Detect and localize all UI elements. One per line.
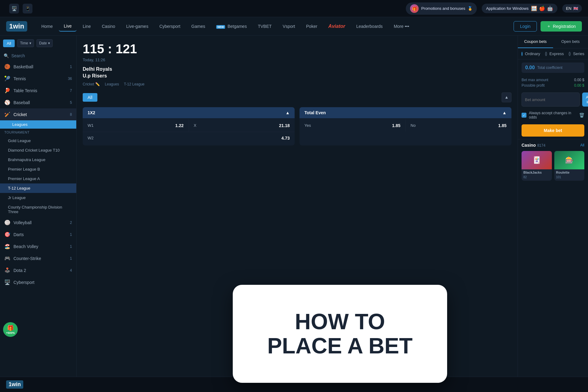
match-meta: Cricket ✏️ Leagues T-12 League	[83, 82, 511, 86]
series-radio[interactable]	[569, 52, 571, 56]
no-label: No	[411, 123, 416, 128]
nav-leaderboards[interactable]: Leaderboards	[351, 21, 387, 31]
sidebar-item-baseball[interactable]: ⚾ Baseball 5	[0, 96, 76, 108]
tournament-brahmaputra[interactable]: Brahmaputra League	[0, 155, 76, 164]
search-box[interactable]: 🔍 Search	[0, 51, 76, 61]
gift-button[interactable]: 🎁 +500%	[3, 322, 18, 337]
express-radio[interactable]	[545, 52, 547, 56]
x-odds: 21.18	[279, 123, 290, 128]
bet-section-1x2-header: 1X2 ▲	[83, 107, 295, 118]
make-bet-button[interactable]: Make bet	[522, 124, 584, 137]
nav-live[interactable]: Live	[59, 21, 77, 32]
casino-title: Casino	[522, 143, 536, 148]
bet-cell-w1[interactable]: W1 1.22	[83, 119, 189, 132]
bet-section-total-even-title: Total Even	[304, 110, 326, 115]
collapse-button[interactable]: ▲	[502, 92, 511, 102]
casino-card-roulette[interactable]: 🎰 Roulette 101	[554, 151, 585, 181]
register-button[interactable]: ＋ Registration	[541, 21, 582, 32]
sidebar-item-cybersport[interactable]: 🖥️ Cybersport	[0, 276, 76, 288]
app-platform-icons: 🪟 🍎 🤖	[531, 6, 553, 11]
trash-icon[interactable]: 🗑️	[579, 113, 584, 118]
nav-betgames[interactable]: NEW Betgames	[211, 21, 252, 31]
bet-cell-x[interactable]: X 21.18	[189, 119, 295, 132]
logo[interactable]: 1win	[6, 21, 27, 32]
monitor-icon[interactable]: 🖥️	[9, 4, 19, 13]
open-bets-tab[interactable]: Open bets	[553, 36, 588, 48]
all-in-button[interactable]: All in	[582, 92, 588, 107]
filter-row: All Time ▾ Date ▾	[0, 39, 76, 51]
sidebar-item-tennis[interactable]: 🎾 Tennis 36	[0, 73, 76, 85]
roulette-count: 101	[554, 175, 585, 181]
sidebar-item-counter-strike[interactable]: 🎮 Counter-Strike 1	[0, 252, 76, 264]
sidebar-item-cricket[interactable]: 🏏 Cricket 8	[0, 108, 76, 120]
roulette-image: 🎰	[554, 151, 585, 169]
accept-row: ✓ Always accept changes in odds 🗑️	[518, 108, 588, 122]
tournament-premier-b[interactable]: Premier League B	[0, 164, 76, 174]
nav-games[interactable]: Games	[187, 21, 210, 31]
collapse-1x2-icon[interactable]: ▲	[285, 110, 290, 115]
leagues-button[interactable]: Leagues	[0, 120, 76, 129]
team1-name: Delhi Royals	[83, 66, 511, 73]
betgames-badge: NEW	[216, 25, 225, 29]
bet-input-row: All in	[518, 91, 588, 108]
nav-home[interactable]: Home	[36, 21, 58, 31]
sidebar-item-dota2[interactable]: 🕹️ Dota 2 4	[0, 264, 76, 276]
cricket-icon: 🏏	[4, 111, 10, 117]
coupon-bets-tab[interactable]: Coupon bets	[518, 36, 553, 48]
nav-vsport[interactable]: Vsport	[278, 21, 300, 31]
filter-all-button[interactable]: All	[3, 40, 15, 47]
top-bar-device-icons: 🖥️ 📱	[6, 4, 32, 13]
nav-aviator[interactable]: Aviator	[323, 21, 350, 32]
match-time: Today, 11:26	[83, 58, 511, 62]
no-odds: 1.85	[498, 123, 507, 128]
max-amount-value: 0.00 $	[574, 78, 584, 82]
nav-tvbet[interactable]: TVBET	[253, 21, 277, 31]
app-download-button[interactable]: Application for Windows 🪟 🍎 🤖	[482, 4, 557, 13]
edit-icon[interactable]: ✏️	[95, 82, 100, 86]
android-icon: 🤖	[547, 6, 553, 11]
tournament-t12[interactable]: T-12 League	[0, 183, 76, 193]
language-selector[interactable]: EN 🇬🇧	[562, 4, 582, 13]
nav-casino[interactable]: Casino	[97, 21, 120, 31]
promotions-button[interactable]: 🎁 Promotions and bonuses 🏅	[406, 2, 477, 15]
collapse-total-even-icon[interactable]: ▲	[502, 110, 507, 115]
bet-cell-w2[interactable]: W2 4.73	[83, 132, 295, 144]
right-panel: Coupon bets Open bets Ordinary Express S…	[518, 36, 588, 392]
nav-line[interactable]: Line	[78, 21, 96, 31]
casino-all-link[interactable]: All	[580, 143, 584, 147]
sidebar-item-table-tennis[interactable]: 🏓 Table Tennis 7	[0, 85, 76, 96]
time-filter[interactable]: Time ▾	[17, 39, 34, 47]
all-button[interactable]: All	[83, 93, 97, 102]
tournament-header: Tournament	[0, 129, 76, 136]
volleyball-count: 2	[70, 221, 72, 225]
coefficient-box: 0.00 Total coefficient	[522, 62, 584, 73]
bet-cell-no[interactable]: No 1.85	[406, 119, 512, 132]
accept-checkbox[interactable]: ✓	[522, 113, 526, 118]
lang-text: EN	[566, 6, 571, 11]
darts-icon: 🎯	[4, 232, 10, 237]
sidebar-item-beach-volley[interactable]: 🏖️ Beach Volley 1	[0, 240, 76, 252]
tournament-gold-league[interactable]: Gold League	[0, 136, 76, 145]
sidebar-item-basketball[interactable]: 🏀 Basketball 1	[0, 61, 76, 73]
roulette-name: Roulette	[554, 169, 585, 175]
ordinary-radio[interactable]	[522, 52, 522, 56]
login-button[interactable]: Login	[514, 21, 537, 32]
tablet-icon[interactable]: 📱	[23, 4, 32, 13]
content: 115 : 121 Today, 11:26 Delhi Royals U.p …	[77, 36, 518, 392]
bet-cell-yes[interactable]: Yes 1.85	[300, 119, 406, 132]
date-filter[interactable]: Date ▾	[36, 39, 53, 47]
windows-icon: 🪟	[531, 6, 537, 11]
nav-poker[interactable]: Poker	[301, 21, 322, 31]
bet-amount-input[interactable]	[522, 92, 580, 107]
tournament-diamond-cricket[interactable]: Diamond Cricket League T10	[0, 145, 76, 155]
tournament-premier-a[interactable]: Premier League A	[0, 174, 76, 183]
nav-more[interactable]: More •••	[389, 21, 414, 31]
nav-cybersport[interactable]: Cybersport	[154, 21, 185, 31]
tournament-county-three[interactable]: County Championship Division Three	[0, 202, 76, 217]
casino-card-blackjacks[interactable]: 🃏 BlackJacks 82	[522, 151, 552, 181]
baseball-label: Baseball	[13, 100, 30, 105]
nav-live-games[interactable]: Live-games	[121, 21, 153, 31]
sidebar-item-volleyball[interactable]: 🏐 Volleyball 2	[0, 217, 76, 228]
sidebar-item-darts[interactable]: 🎯 Darts 1	[0, 228, 76, 240]
tournament-jr-league[interactable]: Jr League	[0, 193, 76, 202]
